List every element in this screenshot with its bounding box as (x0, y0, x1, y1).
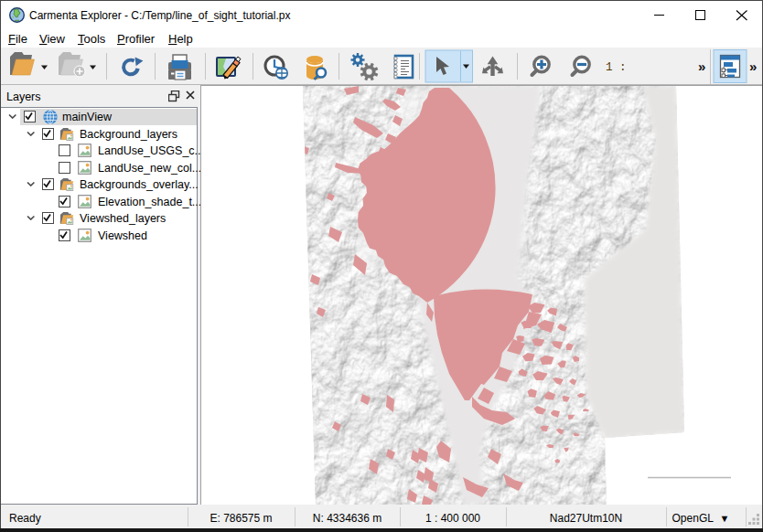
svg-text:»: » (698, 59, 705, 74)
svg-text:»: » (749, 59, 757, 74)
svg-text:1 :: 1 : (606, 61, 627, 74)
